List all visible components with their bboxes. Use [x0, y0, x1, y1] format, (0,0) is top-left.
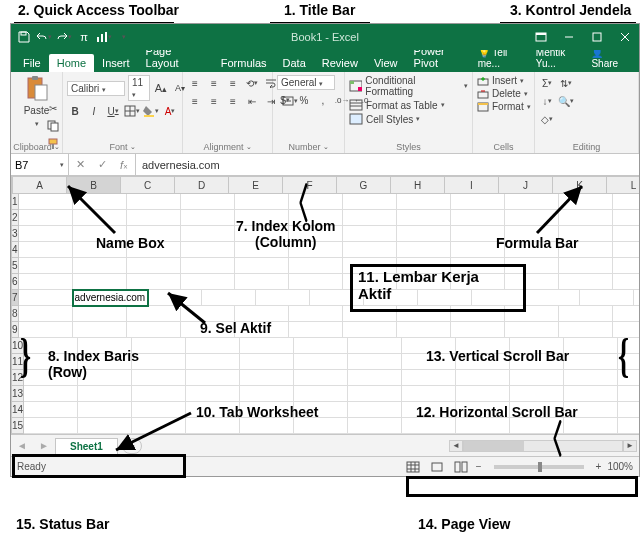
insert-cells-button[interactable]: Insert ▾ — [477, 75, 524, 86]
cell-styles-button[interactable]: Cell Styles▾ — [349, 113, 420, 125]
zoom-slider[interactable] — [494, 465, 584, 469]
cell[interactable] — [564, 402, 618, 418]
new-sheet-button[interactable]: ＋ — [122, 438, 142, 454]
cell[interactable] — [510, 402, 564, 418]
cancel-formula-icon[interactable]: ✕ — [69, 158, 91, 171]
cell[interactable] — [402, 370, 456, 386]
align-left-icon[interactable]: ≡ — [187, 93, 203, 109]
cell[interactable] — [348, 386, 402, 402]
decrease-indent-icon[interactable]: ⇤ — [244, 93, 260, 109]
ribbon-options-icon[interactable] — [527, 24, 555, 50]
delete-cells-button[interactable]: Delete ▾ — [477, 88, 528, 99]
cell[interactable] — [127, 274, 181, 290]
col-H[interactable]: H — [391, 176, 445, 194]
cell[interactable] — [559, 226, 613, 242]
cell[interactable] — [397, 226, 451, 242]
clear-icon[interactable]: ◇▾ — [539, 111, 555, 127]
cell[interactable] — [618, 386, 639, 402]
cell[interactable] — [402, 418, 456, 434]
hscroll-thumb[interactable] — [464, 441, 524, 451]
cell[interactable] — [181, 322, 235, 338]
cell[interactable] — [240, 354, 294, 370]
cell[interactable] — [613, 258, 639, 274]
cell[interactable] — [127, 242, 181, 258]
cell[interactable] — [73, 226, 127, 242]
cell[interactable] — [289, 242, 343, 258]
cell[interactable] — [19, 258, 73, 274]
cell[interactable] — [348, 370, 402, 386]
cell[interactable] — [78, 402, 132, 418]
cell[interactable] — [240, 370, 294, 386]
cell[interactable] — [132, 370, 186, 386]
cell[interactable] — [235, 242, 289, 258]
cell[interactable] — [348, 354, 402, 370]
cell[interactable] — [235, 322, 289, 338]
cell[interactable] — [456, 418, 510, 434]
cut-icon[interactable]: ✂ — [45, 100, 61, 116]
cell[interactable] — [559, 242, 613, 258]
percent-format-icon[interactable]: % — [296, 92, 312, 108]
equation-icon[interactable]: π — [75, 28, 93, 46]
cell[interactable] — [451, 210, 505, 226]
row-header[interactable]: 2 — [11, 210, 19, 226]
cell[interactable] — [78, 338, 132, 354]
cell[interactable] — [186, 402, 240, 418]
cell[interactable] — [397, 306, 451, 322]
row-header[interactable]: 13 — [11, 386, 24, 402]
cell[interactable] — [564, 370, 618, 386]
cell[interactable] — [78, 386, 132, 402]
cell[interactable] — [634, 290, 639, 306]
cell[interactable] — [343, 322, 397, 338]
col-I[interactable]: I — [445, 176, 499, 194]
cell[interactable] — [73, 194, 127, 210]
cell[interactable] — [19, 242, 73, 258]
cell[interactable] — [73, 306, 127, 322]
cell[interactable] — [186, 370, 240, 386]
cell[interactable] — [510, 386, 564, 402]
format-cells-button[interactable]: Format ▾ — [477, 101, 531, 112]
cell[interactable] — [235, 306, 289, 322]
row-header[interactable]: 14 — [11, 402, 24, 418]
cell[interactable] — [24, 418, 78, 434]
cell[interactable] — [24, 354, 78, 370]
minimize-button[interactable] — [555, 24, 583, 50]
zoom-out-button[interactable]: − — [476, 461, 482, 472]
cell[interactable] — [451, 242, 505, 258]
cell[interactable] — [505, 194, 559, 210]
bold-button[interactable]: B — [67, 103, 83, 119]
border-icon[interactable]: ▾ — [124, 103, 140, 119]
cell[interactable] — [127, 210, 181, 226]
insert-function-icon[interactable]: fₓ — [113, 158, 135, 171]
cell[interactable] — [348, 418, 402, 434]
chart-icon[interactable]: ▾ — [95, 28, 113, 46]
cell[interactable] — [397, 322, 451, 338]
tab-view[interactable]: View — [366, 54, 406, 72]
cell[interactable] — [289, 226, 343, 242]
tell-me[interactable]: 💡 Tell me... — [478, 47, 530, 69]
font-size-select[interactable]: 11 ▾ — [128, 75, 150, 101]
cell[interactable] — [240, 418, 294, 434]
cell[interactable] — [127, 226, 181, 242]
row-header[interactable]: 5 — [11, 258, 19, 274]
cell[interactable] — [559, 306, 613, 322]
cell[interactable] — [235, 210, 289, 226]
col-K[interactable]: K — [553, 176, 607, 194]
cell[interactable] — [310, 290, 364, 306]
cell[interactable] — [505, 226, 559, 242]
paste-dropdown-icon[interactable]: ▾ — [35, 120, 39, 128]
cell[interactable] — [456, 338, 510, 354]
cell[interactable] — [235, 258, 289, 274]
cell[interactable] — [451, 226, 505, 242]
tab-file[interactable]: File — [15, 54, 49, 72]
cell[interactable] — [397, 210, 451, 226]
cell[interactable] — [181, 274, 235, 290]
cell[interactable] — [564, 354, 618, 370]
cell[interactable] — [289, 258, 343, 274]
cell[interactable] — [618, 402, 639, 418]
cell[interactable] — [526, 290, 580, 306]
cell[interactable] — [73, 322, 127, 338]
cell[interactable] — [564, 418, 618, 434]
cell[interactable] — [564, 386, 618, 402]
cell[interactable] — [294, 386, 348, 402]
cell[interactable] — [289, 306, 343, 322]
